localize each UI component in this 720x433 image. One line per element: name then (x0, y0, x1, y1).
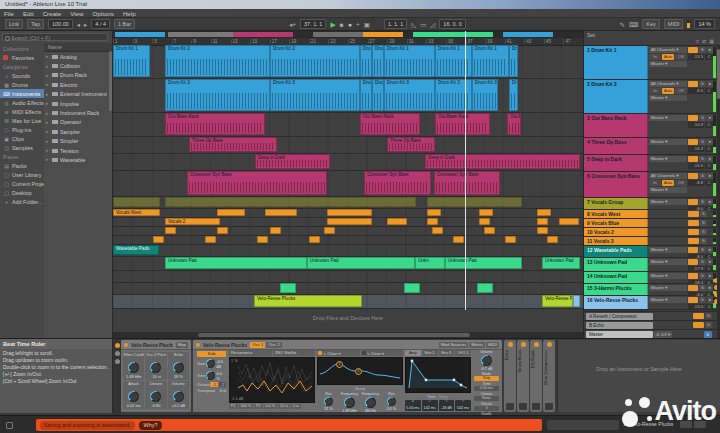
set-label[interactable]: Set (587, 32, 595, 38)
link-button[interactable]: Link (5, 19, 23, 29)
transpose-value[interactable]: 0 st (220, 388, 226, 393)
tone-knob[interactable] (206, 371, 215, 380)
clip[interactable] (387, 218, 407, 225)
solo-button[interactable]: S (705, 322, 712, 328)
clip[interactable] (537, 218, 548, 225)
monitor-in[interactable]: In (649, 54, 661, 60)
menu-file[interactable]: File (4, 10, 14, 17)
expand-icon[interactable]: ▸ (46, 64, 50, 69)
sidebar-item-instruments[interactable]: ⌨Instruments (0, 89, 44, 98)
clip[interactable] (479, 209, 493, 216)
global-mode[interactable]: ModePoly (473, 372, 500, 381)
clip-deep-in-dark[interactable]: Deep in Dark (425, 154, 580, 169)
track-activator[interactable] (693, 313, 704, 319)
output-routing-chooser[interactable]: Master ▾ (649, 259, 687, 265)
clip-drum-kit-1[interactable]: Drum Kit 1 (472, 45, 509, 77)
track-lane-10-vocals-2[interactable] (113, 227, 583, 236)
macro-knob[interactable] (150, 362, 161, 373)
clip-drum[interactable]: Drum (372, 45, 384, 77)
macro-volume[interactable]: Volume+0.5 dB (168, 381, 189, 409)
expand-icon[interactable]: ▸ (46, 129, 50, 134)
clip[interactable] (324, 227, 335, 234)
clip-out-b[interactable]: Out B (507, 113, 521, 135)
return-name[interactable]: A Reverb | Compressor (586, 313, 653, 320)
global-time[interactable]: Time0.00 ms (473, 382, 500, 391)
clip-out-bass-rack[interactable]: Out Bass Rack (435, 113, 490, 135)
clip-dr[interactable]: Dr (509, 79, 518, 111)
sidebar-item-samples[interactable]: ◫Samples (0, 143, 44, 152)
macro-map-button[interactable]: Map (176, 342, 188, 348)
clip-deep-in-dark[interactable]: Deep in Dark (255, 154, 330, 169)
pan-display[interactable]: C (705, 163, 713, 169)
solo-button[interactable]: S (699, 156, 705, 162)
macro-knob[interactable] (150, 391, 161, 402)
browser-entry-analog[interactable]: ▸Analog (44, 52, 112, 61)
master-output-chooser[interactable]: ⊙ 1/2 ▾ (654, 331, 672, 338)
clip[interactable] (265, 209, 297, 216)
stop-button[interactable]: ■ (340, 20, 344, 29)
output-routing-chooser[interactable]: Master ▾ (649, 95, 687, 101)
volume-display[interactable]: -8.8 (688, 180, 704, 186)
follow-button[interactable]: ◂+ (289, 20, 296, 29)
key-map-button[interactable]: Key (642, 19, 659, 29)
expand-icon[interactable]: ▸ (46, 148, 50, 153)
clip-out-bass-rack[interactable]: Out Bass Rack (360, 113, 420, 135)
wavetable-name-select[interactable]: JNO Stellar (273, 350, 316, 356)
quantize-menu[interactable]: 1 Bar (114, 19, 135, 29)
browser-entry-instrument-rack[interactable]: ▸Instrument Rack (44, 108, 112, 117)
browser-entry-impulse[interactable]: ▸Impulse (44, 99, 112, 108)
output-routing-chooser[interactable]: Master ▾ (649, 199, 687, 205)
sidebar-item-sounds[interactable]: ♫Sounds (0, 71, 44, 80)
track-header-9-vocals-blue[interactable]: 9 Vocals BlueS (584, 219, 720, 228)
track-activator[interactable] (688, 81, 698, 87)
wavetable-title[interactable]: Velo-Resse Plucks (203, 342, 247, 348)
record-button[interactable]: ● (348, 20, 352, 29)
clip[interactable] (327, 218, 372, 225)
loop-start-display[interactable]: 1. 1. 1 (384, 19, 407, 29)
rack-title[interactable]: Velo-Resse Plucks (131, 342, 173, 348)
solo-button[interactable]: S (699, 199, 705, 205)
sidebar-item-drums[interactable]: ▦Drums (0, 80, 44, 89)
track-activator[interactable] (688, 259, 698, 265)
browser-entry-drum-rack[interactable]: ▸Drum Rack (44, 71, 112, 80)
track-header-1-drum-kit-1[interactable]: 1 Drum Kit 1All Channels ▾InAutoOffMaste… (584, 46, 720, 80)
expand-icon[interactable]: ▸ (46, 139, 50, 144)
solo-button[interactable]: S (699, 285, 705, 291)
clip[interactable] (327, 209, 372, 216)
sidebar-item-audio-effects[interactable]: ◎Audio Effects (0, 98, 44, 107)
track-lane-11-vocals-3[interactable] (113, 236, 583, 245)
clip-drum-kit-2[interactable]: Drum Kit 2 (270, 45, 360, 77)
env-value-a[interactable]: A5.00 ms (405, 400, 421, 411)
solo-button[interactable]: S (700, 238, 707, 244)
clip-velo-resse-plucks[interactable]: Velo-Resse Plucks (254, 295, 362, 307)
wt-footer-item[interactable]: 0.0 % (264, 404, 277, 409)
macro-knob[interactable] (173, 362, 184, 373)
expand-icon[interactable]: ▸ (46, 157, 50, 162)
macro-detune[interactable]: Detune-0.80 (145, 381, 166, 409)
overdub-button[interactable]: + (356, 20, 360, 29)
solo-button[interactable]: S (699, 139, 705, 145)
track-header-13-unknown-pad[interactable]: 13 Unknown PadMaster ▾S●-17.9C (584, 258, 720, 272)
macro-knob[interactable] (128, 362, 139, 373)
browser-entry-simpler[interactable]: ▸Simpler (44, 137, 112, 146)
track-lane-15-3-harmo-plucks[interactable] (113, 283, 583, 295)
menu-view[interactable]: View (70, 10, 83, 17)
sidebar-item-favorites[interactable]: Favorites (0, 53, 44, 62)
track-activator[interactable] (688, 285, 698, 291)
nudge-down-icon[interactable]: ◂ (77, 20, 80, 29)
clip[interactable] (537, 209, 551, 216)
clip-drum-kit-3[interactable]: Drum Kit 3 (472, 79, 498, 111)
gain-knob[interactable] (206, 359, 215, 368)
solo-button[interactable]: S (699, 259, 705, 265)
track-name[interactable]: 6 Crossover Syn Bass (584, 172, 648, 197)
menu-help[interactable]: Help (123, 10, 136, 17)
clip-velo-resse-pl[interactable]: Velo-Resse Pl (542, 295, 573, 307)
collapsed-device-echo[interactable]: Echo (504, 340, 516, 412)
track-lane-3-out-bass-rack[interactable]: Out Bass RackOut Bass RackOut Bass RackO… (113, 113, 583, 137)
clip-crossover-syn-bass[interactable]: Crossover Syn Bass (187, 171, 327, 195)
output-routing-chooser[interactable]: Master ▾ (649, 61, 687, 67)
track-header-7-vocals-group[interactable]: 7 Vocals GroupMaster ▾S●-8.0C (584, 198, 720, 210)
clip[interactable] (484, 227, 495, 234)
wt-footer-item[interactable]: P1 (229, 404, 238, 409)
track-lane-8-vocals-west[interactable]: Vocals West (113, 209, 583, 218)
